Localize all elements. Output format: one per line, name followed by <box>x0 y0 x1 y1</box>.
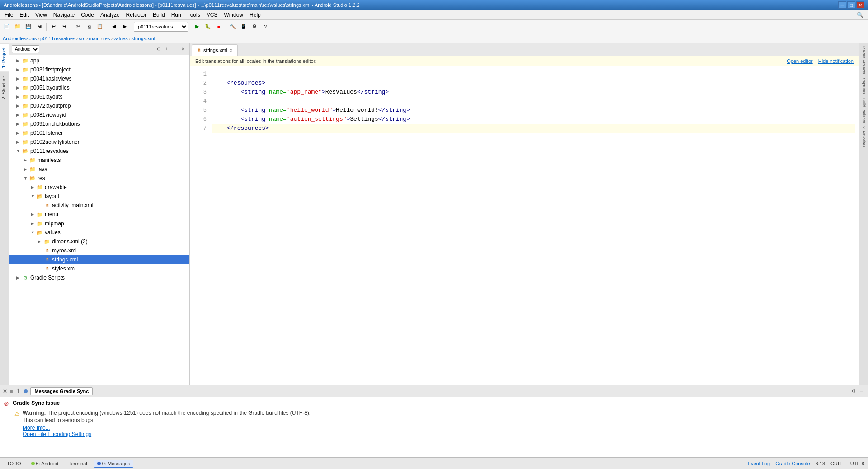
build-variants-tab[interactable]: Build Variants <box>861 96 867 125</box>
tree-item-p0102[interactable]: ▶ 📁 p0102activitylistener <box>9 137 189 147</box>
tree-item-p0081[interactable]: ▶ 📁 p0081viewbyid <box>9 110 189 119</box>
menu-window[interactable]: Window <box>221 11 246 19</box>
toolbar-stop-btn[interactable]: ■ <box>214 22 224 32</box>
status-terminal[interactable]: Terminal <box>65 460 90 468</box>
toolbar-back-btn[interactable]: ◀ <box>109 22 119 32</box>
menu-edit[interactable]: Edit <box>17 11 32 19</box>
toolbar-help-btn[interactable]: ? <box>260 22 270 32</box>
panel-close-btn[interactable]: ✕ <box>179 46 187 53</box>
maximize-button[interactable]: □ <box>847 1 855 9</box>
toolbar-save-btn[interactable]: 💾 <box>24 22 33 32</box>
toolbar-sdk-btn[interactable]: ⚙ <box>250 22 259 32</box>
tree-item-p0091[interactable]: ▶ 📁 p0091onclickbuttons <box>9 119 189 128</box>
bottom-settings-btn[interactable]: ⚙ <box>850 388 857 395</box>
toolbar-paste-btn[interactable]: 📋 <box>95 22 105 32</box>
tree-item-gradle[interactable]: ▶ ⚙ Gradle Scripts <box>9 273 189 282</box>
breadcrumb-res[interactable]: res <box>103 36 110 41</box>
tree-item-mipmap[interactable]: ▶ 📁 mipmap <box>9 219 189 228</box>
tree-item-p0111[interactable]: ▼ 📂 p0111resvalues <box>9 147 189 156</box>
tree-item-styles[interactable]: 🗎 styles.xml <box>9 264 189 273</box>
toolbar-save-all-btn[interactable]: 🖫 <box>34 22 44 32</box>
panel-settings-btn[interactable]: ⚙ <box>155 46 162 53</box>
bottom-filter-icon[interactable]: ≡ <box>9 388 14 394</box>
project-view-selector[interactable]: Android <box>12 45 39 53</box>
toolbar-open-btn[interactable]: 📁 <box>13 22 23 32</box>
breadcrumb-src[interactable]: src <box>79 36 85 41</box>
tree-item-manifests[interactable]: ▶ 📁 manifests <box>9 156 189 165</box>
tree-item-layout[interactable]: ▼ 📂 layout <box>9 192 189 201</box>
tab-close-strings[interactable]: ✕ <box>229 48 233 53</box>
tree-item-p0051[interactable]: ▶ 📁 p0051layoutfiles <box>9 83 189 92</box>
minimize-button[interactable]: ─ <box>838 1 846 9</box>
tree-item-app[interactable]: ▶ 📁 app <box>9 56 189 65</box>
breadcrumb-stringsxml[interactable]: strings.xml <box>132 36 156 41</box>
breadcrumb-p0111[interactable]: p0111resvalues <box>40 36 75 41</box>
module-selector[interactable]: p0111resvalues <box>134 22 188 32</box>
tree-item-myres[interactable]: 🗎 myres.xml <box>9 246 189 255</box>
breadcrumb-values[interactable]: values <box>113 36 128 41</box>
tree-item-p0101[interactable]: ▶ 📁 p0101listener <box>9 128 189 137</box>
status-messages[interactable]: 0: Messages <box>94 460 133 468</box>
tree-item-drawable[interactable]: ▶ 📁 drawable <box>9 183 189 192</box>
bottom-minimize-btn[interactable]: ─ <box>858 388 865 395</box>
tree-item-values[interactable]: ▼ 📂 values <box>9 228 189 237</box>
toolbar-undo-btn[interactable]: ↩ <box>48 22 58 32</box>
menu-tools[interactable]: Tools <box>185 11 203 19</box>
toolbar-new-btn[interactable]: 📄 <box>2 22 12 32</box>
menu-refactor[interactable]: Refactor <box>123 11 149 19</box>
hide-notification-link[interactable]: Hide notification <box>818 58 854 64</box>
tree-label-mipmap: mipmap <box>45 220 64 227</box>
event-log-link[interactable]: Event Log <box>748 461 770 466</box>
tree-item-p0041[interactable]: ▶ 📁 p0041basicviews <box>9 74 189 83</box>
tree-item-res[interactable]: ▼ 📂 res <box>9 174 189 183</box>
encoding-settings-link[interactable]: Open File Encoding Settings <box>23 431 311 437</box>
gradle-console-link[interactable]: Gradle Console <box>775 461 810 466</box>
xml-icon-styles: 🗎 <box>43 265 51 272</box>
more-info-link[interactable]: More Info... <box>23 425 311 431</box>
menu-navigate[interactable]: Navigate <box>51 11 77 19</box>
menu-run[interactable]: Run <box>169 11 184 19</box>
toolbar-cut-btn[interactable]: ✂ <box>73 22 83 32</box>
toolbar-redo-btn[interactable]: ↪ <box>59 22 69 32</box>
toolbar-debug-btn[interactable]: 🐛 <box>203 22 213 32</box>
captures-tab[interactable]: Captures <box>861 76 867 96</box>
tree-item-strings[interactable]: 🗎 strings.xml <box>9 255 189 264</box>
tab-project[interactable]: 1: Project <box>0 43 9 72</box>
toolbar-forward-btn[interactable]: ▶ <box>120 22 130 32</box>
menu-code[interactable]: Code <box>78 11 97 19</box>
breadcrumb-androidlessons[interactable]: Androidlessons <box>3 36 37 41</box>
tab-strings-xml[interactable]: 🗎 strings.xml ✕ <box>192 44 238 56</box>
favorites-tab[interactable]: 2: Favorites <box>861 124 867 149</box>
tree-item-p0031[interactable]: ▶ 📁 p0031firstproject <box>9 65 189 74</box>
status-todo[interactable]: TODO <box>4 460 24 468</box>
toolbar-avd-btn[interactable]: 📱 <box>239 22 249 32</box>
menu-help[interactable]: Help <box>247 11 264 19</box>
toolbar-gradle-btn[interactable]: 🔨 <box>228 22 238 32</box>
menu-build[interactable]: Build <box>150 11 168 19</box>
toolbar-run-btn[interactable]: ▶ <box>192 22 202 32</box>
tree-item-p0072[interactable]: ▶ 📁 p0072layoutprop <box>9 101 189 110</box>
close-button[interactable]: ✕ <box>856 1 864 9</box>
toolbar-copy-btn[interactable]: ⎘ <box>84 22 94 32</box>
search-everywhere-icon[interactable]: 🔍 <box>854 11 866 19</box>
tree-item-activity-main[interactable]: 🗎 activity_main.xml <box>9 201 189 210</box>
bottom-close-icon[interactable]: ✕ <box>3 388 7 394</box>
tree-item-menu[interactable]: ▶ 📁 menu <box>9 210 189 219</box>
maven-projects-tab[interactable]: Maven Projects <box>861 44 867 76</box>
open-editor-link[interactable]: Open editor <box>787 58 812 64</box>
tree-item-java[interactable]: ▶ 📁 java <box>9 165 189 174</box>
bottom-collapse-icon[interactable]: ⬆ <box>15 388 21 394</box>
code-editor[interactable]: 1 2 3 4 5 6 7 <resources> <string name="… <box>190 66 859 385</box>
breadcrumb-main[interactable]: main <box>89 36 100 41</box>
tree-item-dimens[interactable]: ▶ 📁 dimens.xml (2) <box>9 237 189 246</box>
tab-structure[interactable]: 2: Structure <box>0 72 9 103</box>
menu-file[interactable]: File <box>2 11 16 19</box>
menu-analyze[interactable]: Analyze <box>98 11 123 19</box>
panel-collapse-btn[interactable]: − <box>171 46 179 53</box>
tree-item-p0061[interactable]: ▶ 📁 p0061layouts <box>9 92 189 101</box>
bottom-tab-messages-gradle[interactable]: Messages Gradle Sync <box>30 387 93 395</box>
menu-view[interactable]: View <box>33 11 50 19</box>
menu-vcs[interactable]: VCS <box>204 11 221 19</box>
status-android[interactable]: 6: Android <box>28 460 62 468</box>
panel-expand-btn[interactable]: + <box>163 46 170 53</box>
